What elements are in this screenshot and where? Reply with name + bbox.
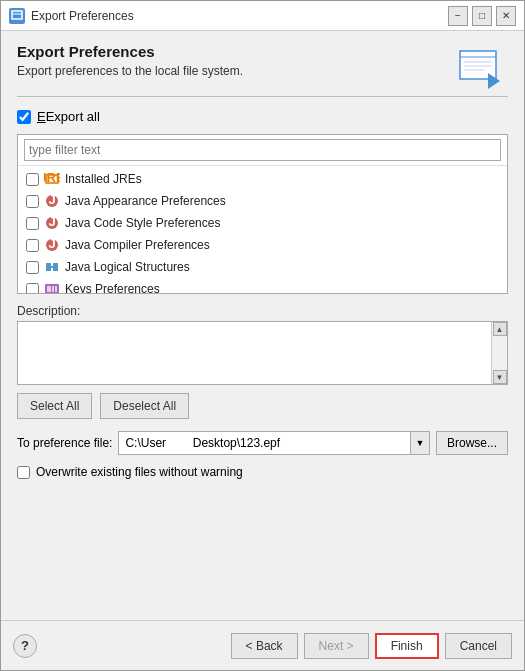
scroll-up-arrow[interactable]: ▲ [493,322,507,336]
item-checkbox-java-code-style[interactable] [26,217,39,230]
list-item: JRE Installed JREs [18,168,507,190]
java-compiler-label: Java Compiler Preferences [65,238,210,252]
item-checkbox-installed-jres[interactable] [26,173,39,186]
svg-rect-0 [12,11,22,19]
java-code-style-icon: J [44,215,60,231]
file-input-combo: ▼ [118,431,430,455]
item-checkbox-keys[interactable] [26,283,39,295]
finish-button[interactable]: Finish [375,633,439,659]
next-button[interactable]: Next > [304,633,369,659]
overwrite-row: Overwrite existing files without warning [17,465,508,479]
description-label: Description: [17,304,508,318]
java-compiler-icon: J [44,237,60,253]
export-all-label[interactable]: EExport all [37,109,100,124]
maximize-button[interactable]: □ [472,6,492,26]
select-all-button[interactable]: Select All [17,393,92,419]
description-section: Description: ▲ ▼ [17,304,508,385]
browse-button[interactable]: Browse... [436,431,508,455]
cancel-button[interactable]: Cancel [445,633,512,659]
window-icon [9,8,25,24]
bottom-bar: ? < Back Next > Finish Cancel [1,620,524,670]
installed-jres-label: Installed JREs [65,172,142,186]
export-all-checkbox[interactable] [17,110,31,124]
tree-items-list: JRE Installed JREs J Java Appearance Pre… [18,166,507,294]
description-scrollbar: ▲ ▼ [491,322,507,384]
page-title: Export Preferences [17,43,438,60]
svg-text:JRE: JRE [44,171,60,185]
list-item: Keys Preferences [18,278,507,294]
back-button[interactable]: < Back [231,633,298,659]
svg-rect-23 [55,286,57,292]
java-appearance-icon: J [44,193,60,209]
svg-rect-21 [47,286,51,292]
deselect-all-button[interactable]: Deselect All [100,393,189,419]
java-logical-label: Java Logical Structures [65,260,190,274]
java-appearance-label: Java Appearance Preferences [65,194,226,208]
overwrite-checkbox[interactable] [17,466,30,479]
navigation-buttons: < Back Next > Finish Cancel [231,633,512,659]
combo-dropdown-arrow[interactable]: ▼ [410,431,430,455]
item-checkbox-java-appearance[interactable] [26,195,39,208]
svg-text:J: J [48,215,55,229]
page-subtitle: Export preferences to the local file sys… [17,64,438,78]
help-button[interactable]: ? [13,634,37,658]
preference-file-row: To preference file: ▼ Browse... [17,431,508,455]
svg-text:J: J [48,237,55,251]
java-code-style-label: Java Code Style Preferences [65,216,220,230]
item-checkbox-java-compiler[interactable] [26,239,39,252]
file-path-input[interactable] [118,431,410,455]
window-controls: − □ ✕ [448,6,516,26]
overwrite-label[interactable]: Overwrite existing files without warning [36,465,243,479]
svg-rect-22 [52,286,54,292]
window: Export Preferences − □ ✕ Export Preferen… [0,0,525,671]
preferences-tree: JRE Installed JREs J Java Appearance Pre… [17,134,508,294]
description-box: ▲ ▼ [17,321,508,385]
filter-input[interactable] [24,139,501,161]
header-divider [17,96,508,97]
content-area: Export Preferences Export preferences to… [1,31,524,620]
select-buttons-row: Select All Deselect All [17,393,508,419]
installed-jres-icon: JRE [44,171,60,187]
export-header-icon [456,43,508,95]
title-bar: Export Preferences − □ ✕ [1,1,524,31]
close-button[interactable]: ✕ [496,6,516,26]
export-all-row: EExport all [17,109,508,124]
svg-rect-17 [46,263,51,271]
java-logical-icon [44,259,60,275]
svg-text:J: J [48,193,55,207]
filter-section [18,135,507,166]
item-checkbox-java-logical[interactable] [26,261,39,274]
svg-rect-18 [53,263,58,271]
list-item: J Java Compiler Preferences [18,234,507,256]
minimize-button[interactable]: − [448,6,468,26]
keys-label: Keys Preferences [65,282,160,294]
preference-file-label: To preference file: [17,436,112,450]
list-item: J Java Appearance Preferences [18,190,507,212]
list-item: Java Logical Structures [18,256,507,278]
window-title: Export Preferences [31,9,448,23]
keys-icon [44,281,60,294]
list-item: J Java Code Style Preferences [18,212,507,234]
scroll-down-arrow[interactable]: ▼ [493,370,507,384]
